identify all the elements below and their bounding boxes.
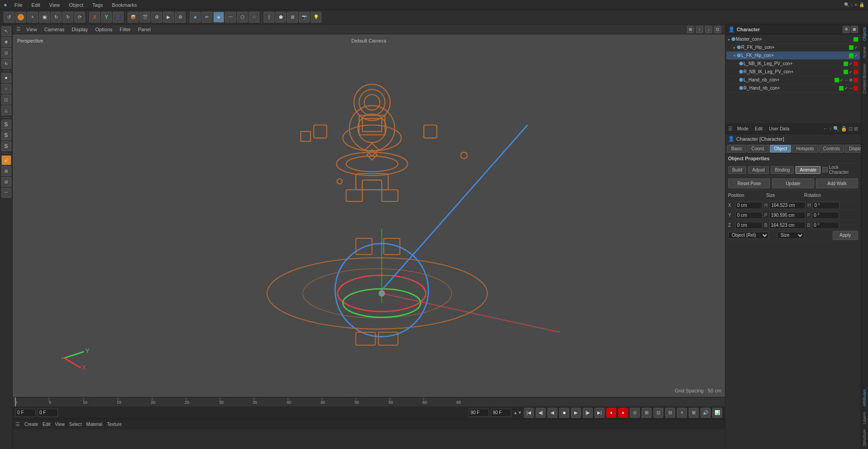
viewport-canvas[interactable]: Perspective Default Camera bbox=[13, 34, 725, 397]
go-start-button[interactable]: |◀ bbox=[524, 408, 534, 418]
camera-tb-button[interactable]: 📷 bbox=[299, 12, 310, 23]
coord-system-select[interactable]: Object (Rel) bbox=[728, 232, 769, 239]
size-z-field[interactable] bbox=[769, 222, 806, 229]
pencil-button[interactable]: ✏ bbox=[201, 12, 212, 23]
nav-up[interactable]: ↑ bbox=[830, 126, 832, 132]
nav-lock[interactable]: 🔒 bbox=[841, 126, 847, 132]
redo-button[interactable]: ↻ bbox=[62, 12, 73, 23]
scatter-button[interactable]: ⁙ bbox=[249, 12, 259, 23]
film-button[interactable]: 🎬 bbox=[139, 12, 150, 23]
anim-settings-button[interactable]: ⚙ bbox=[175, 12, 186, 23]
add-button[interactable]: + bbox=[27, 12, 38, 23]
play-back-button[interactable]: ◀ bbox=[547, 408, 557, 418]
reset-pose-button[interactable]: Reset Pose bbox=[728, 178, 770, 188]
obj-row-lhand[interactable]: ⬣ L_Hand_nb_con+ ✓ ··· ⚙ bbox=[726, 76, 860, 84]
x-axis-button[interactable]: X bbox=[89, 12, 100, 23]
undo-button[interactable]: ↺ bbox=[4, 12, 14, 23]
menu-object[interactable]: Object bbox=[67, 1, 85, 9]
lt-move[interactable]: ✥ bbox=[1, 37, 11, 47]
lt-s3[interactable]: S bbox=[1, 141, 11, 151]
snake-button[interactable]: 〰 bbox=[225, 12, 236, 23]
lt-rotate[interactable]: ↻ bbox=[1, 59, 11, 69]
select-button[interactable]: ▣ bbox=[39, 12, 50, 23]
size-x-field[interactable] bbox=[769, 202, 806, 209]
lt-scale[interactable]: ⊡ bbox=[1, 48, 11, 58]
viewport-filter-menu[interactable]: Filter bbox=[118, 26, 132, 33]
add-walk-button[interactable]: Add Walk bbox=[816, 178, 858, 188]
hamburger-icon[interactable]: ☰ bbox=[16, 26, 21, 32]
lt-wave[interactable]: 〰 bbox=[1, 188, 11, 198]
side-tab-objects[interactable]: Objects bbox=[861, 24, 868, 44]
next-frame-button[interactable]: |▶ bbox=[583, 408, 593, 418]
pos-x-field[interactable] bbox=[735, 202, 762, 209]
obj-row-rfkhip[interactable]: ▸ ⬣ R_FK_Hip_con+ ✓ bbox=[726, 43, 860, 52]
z-axis-button[interactable]: Z bbox=[113, 12, 124, 23]
panel-icon2[interactable]: ▦ bbox=[851, 26, 858, 33]
obj-row-lfkhip[interactable]: ▾ ⬣ L_FK_Hip_con+ ✓ bbox=[726, 52, 860, 60]
nav-search[interactable]: 🔍 bbox=[833, 126, 839, 132]
side-tab-attributes[interactable]: Attributes bbox=[861, 387, 868, 409]
grid-button[interactable]: ⊞ bbox=[287, 12, 298, 23]
rot-b-field[interactable] bbox=[812, 222, 839, 229]
apply-button[interactable]: Apply bbox=[833, 231, 858, 240]
cube-button[interactable]: ■ bbox=[190, 12, 201, 23]
nav-more2[interactable]: ⊞ bbox=[854, 126, 858, 132]
obj-row-lnbik[interactable]: ⬣ L_NB_IK_Leg_PV_con+ ✓ bbox=[726, 60, 860, 68]
frame-field-up[interactable]: ▲▼ bbox=[513, 410, 522, 415]
start-frame-field[interactable] bbox=[15, 409, 36, 417]
bm-material[interactable]: Material bbox=[86, 422, 103, 427]
anim-build[interactable]: Build bbox=[728, 166, 746, 174]
key-sel-button[interactable]: ⊟ bbox=[665, 408, 675, 418]
lt-camera[interactable]: ◫ bbox=[1, 95, 11, 105]
bm-view[interactable]: View bbox=[55, 422, 65, 427]
bm-create[interactable]: Create bbox=[24, 422, 38, 427]
attr-edit-btn[interactable]: Edit bbox=[753, 126, 764, 132]
attr-userdata-btn[interactable]: User Data bbox=[767, 126, 791, 132]
rot-p-field[interactable] bbox=[812, 212, 839, 219]
tab-display[interactable]: Display bbox=[845, 145, 861, 153]
menu-edit[interactable]: Edit bbox=[30, 1, 42, 9]
pos-y-field[interactable] bbox=[735, 212, 762, 219]
pos-z-field[interactable] bbox=[735, 222, 762, 229]
viewport-cameras-menu[interactable]: Cameras bbox=[43, 26, 67, 33]
lasso-button[interactable]: ⬟ bbox=[275, 12, 286, 23]
tab-basic[interactable]: Basic bbox=[727, 145, 746, 153]
anim-animate[interactable]: Animate bbox=[796, 166, 820, 174]
motion-button[interactable]: 📊 bbox=[712, 408, 722, 418]
rot-h-field[interactable] bbox=[812, 202, 839, 209]
menu-bookmarks[interactable]: Bookmarks bbox=[110, 1, 139, 9]
settings-button[interactable]: ⚙ bbox=[151, 12, 162, 23]
end-frame-field[interactable] bbox=[469, 409, 489, 417]
lt-select[interactable]: ↖ bbox=[1, 26, 11, 36]
sound-button[interactable]: 🔊 bbox=[700, 408, 710, 418]
rotate-button[interactable]: ↻ bbox=[51, 12, 62, 23]
viewport-panel-menu[interactable]: Panel bbox=[136, 26, 153, 33]
obj-row-rnbik[interactable]: ⬣ R_NB_IK_Leg_PV_con+ ✓ bbox=[726, 68, 860, 76]
frame-field[interactable] bbox=[38, 409, 58, 417]
key-all-button[interactable]: ⊡ bbox=[653, 408, 663, 418]
lt-light[interactable]: △ bbox=[1, 105, 11, 115]
bm-edit[interactable]: Edit bbox=[43, 422, 50, 427]
sep-button[interactable]: | bbox=[264, 12, 274, 23]
anim-binding[interactable]: Binding bbox=[771, 166, 794, 174]
key-button[interactable]: ⊞ bbox=[642, 408, 652, 418]
anim-adjust[interactable]: Adjust bbox=[748, 166, 769, 174]
nav-more1[interactable]: ⊡ bbox=[849, 126, 853, 132]
obj-row-master[interactable]: ▸ ⬣ Master_con+ bbox=[726, 35, 860, 43]
side-tab-scene[interactable]: Scene bbox=[861, 44, 868, 61]
fps-field[interactable] bbox=[491, 409, 511, 417]
obj-row-rhand[interactable]: ⬣ R_Hand_nb_con+ ✓ ··· bbox=[726, 84, 860, 92]
menu-view[interactable]: View bbox=[48, 1, 62, 9]
refresh-button[interactable]: ⟳ bbox=[74, 12, 85, 23]
play-mode-button[interactable]: ▶ bbox=[163, 12, 174, 23]
size-y-field[interactable] bbox=[769, 212, 806, 219]
vp-icon3[interactable]: ↓ bbox=[705, 26, 712, 33]
key-clr-button[interactable]: × bbox=[677, 408, 687, 418]
lt-box[interactable]: ■ bbox=[1, 73, 11, 83]
side-tab-structure[interactable]: Structure bbox=[861, 427, 868, 449]
update-button[interactable]: Update bbox=[772, 178, 814, 188]
tab-hotspots[interactable]: Hotspots bbox=[792, 145, 818, 153]
vp-icon2[interactable]: ↑ bbox=[696, 26, 703, 33]
subdivide-button[interactable]: ⬡ bbox=[237, 12, 248, 23]
autokey-button[interactable]: ⊙ bbox=[630, 408, 640, 418]
